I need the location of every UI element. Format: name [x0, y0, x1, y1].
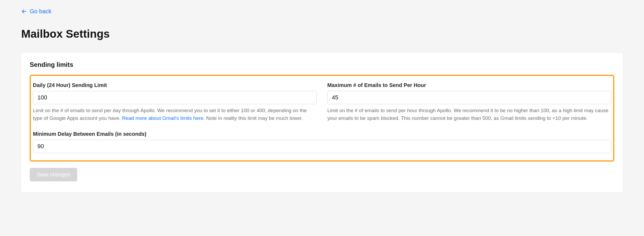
gmail-limits-link[interactable]: Read more about Gmail's limits here	[122, 115, 203, 121]
section-title: Sending limits	[30, 61, 614, 68]
daily-limit-label: Daily (24 Hour) Sending Limit	[33, 82, 317, 88]
daily-limit-field: Daily (24 Hour) Sending Limit Limit on t…	[33, 82, 317, 122]
hourly-limit-helper: Limit on the # of emails to send per hou…	[327, 107, 611, 122]
settings-card: Sending limits Daily (24 Hour) Sending L…	[21, 53, 623, 192]
go-back-label: Go back	[30, 8, 51, 15]
arrow-left-icon	[21, 8, 27, 14]
hourly-limit-label: Maximum # of Emails to Send Per Hour	[327, 82, 611, 88]
hourly-limit-field: Maximum # of Emails to Send Per Hour Lim…	[327, 82, 611, 122]
delay-input[interactable]	[33, 140, 611, 153]
sending-limits-highlight: Daily (24 Hour) Sending Limit Limit on t…	[30, 75, 614, 161]
delay-label: Minimum Delay Between Emails (in seconds…	[33, 131, 611, 137]
daily-limit-input[interactable]	[33, 91, 317, 104]
go-back-link[interactable]: Go back	[21, 8, 51, 15]
daily-limit-helper: Limit on the # of emails to send per day…	[33, 107, 317, 122]
delay-field: Minimum Delay Between Emails (in seconds…	[33, 131, 611, 153]
save-changes-button[interactable]: Save changes	[30, 168, 77, 181]
hourly-limit-input[interactable]	[327, 91, 611, 104]
page-title: Mailbox Settings	[21, 28, 623, 40]
